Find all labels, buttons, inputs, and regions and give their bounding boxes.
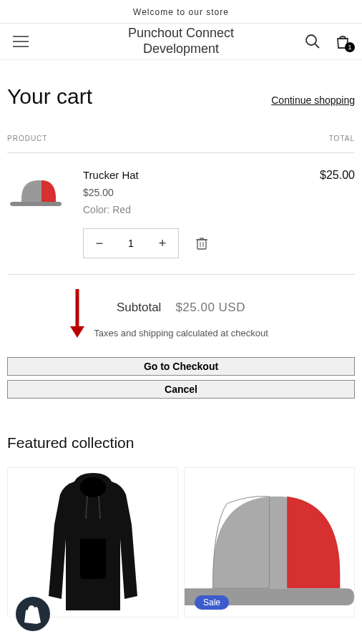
hoodie-image bbox=[29, 467, 157, 618]
cancel-button[interactable]: Cancel bbox=[7, 380, 355, 399]
product-card[interactable] bbox=[7, 467, 178, 618]
featured-collection-title: Featured collection bbox=[7, 434, 355, 452]
product-image[interactable] bbox=[7, 169, 70, 213]
search-button[interactable] bbox=[303, 32, 322, 51]
svg-line-4 bbox=[315, 44, 319, 48]
site-header: Punchout Connect Development 1 bbox=[0, 24, 362, 60]
cart-button[interactable]: 1 bbox=[333, 32, 352, 51]
product-card[interactable]: Sale bbox=[184, 467, 355, 618]
product-name[interactable]: Trucker Hat bbox=[83, 169, 307, 181]
menu-button[interactable] bbox=[10, 33, 31, 50]
quantity-stepper: − + bbox=[83, 228, 179, 258]
svg-rect-5 bbox=[197, 240, 206, 249]
subtotal-value: $25.00 USD bbox=[175, 301, 245, 315]
annotation-arrow bbox=[69, 289, 86, 341]
remove-item-button[interactable] bbox=[196, 237, 207, 250]
cart-table-header: PRODUCT TOTAL bbox=[7, 135, 355, 153]
line-item-total: $25.00 bbox=[320, 169, 355, 258]
page-title: Your cart bbox=[7, 84, 92, 109]
continue-shopping-link[interactable]: Continue shopping bbox=[271, 94, 355, 106]
store-name-line2: Development bbox=[128, 42, 234, 57]
svg-point-11 bbox=[80, 477, 106, 497]
announcement-bar: Welcome to our store bbox=[0, 0, 362, 24]
hamburger-icon bbox=[13, 36, 29, 47]
search-icon bbox=[305, 34, 321, 49]
tax-shipping-note: Taxes and shipping calculated at checkou… bbox=[7, 328, 355, 338]
go-to-checkout-button[interactable]: Go to Checkout bbox=[7, 357, 355, 376]
col-product-label: PRODUCT bbox=[7, 135, 47, 142]
sale-badge: Sale bbox=[195, 595, 229, 610]
product-variant: Color: Red bbox=[83, 204, 307, 215]
shopify-icon bbox=[24, 604, 42, 618]
cart-count-badge: 1 bbox=[345, 42, 355, 52]
decrease-quantity-button[interactable]: − bbox=[84, 229, 115, 258]
trash-icon bbox=[196, 237, 207, 250]
store-name[interactable]: Punchout Connect Development bbox=[128, 26, 234, 57]
increase-quantity-button[interactable]: + bbox=[147, 229, 178, 258]
svg-point-3 bbox=[306, 35, 316, 45]
store-name-line1: Punchout Connect bbox=[128, 26, 234, 42]
quantity-input[interactable] bbox=[115, 229, 147, 258]
col-total-label: TOTAL bbox=[329, 135, 355, 142]
product-unit-price: $25.00 bbox=[83, 187, 307, 198]
subtotal-label: Subtotal bbox=[117, 301, 161, 315]
cart-line-item: Trucker Hat $25.00 Color: Red − + $25.00 bbox=[7, 153, 355, 274]
